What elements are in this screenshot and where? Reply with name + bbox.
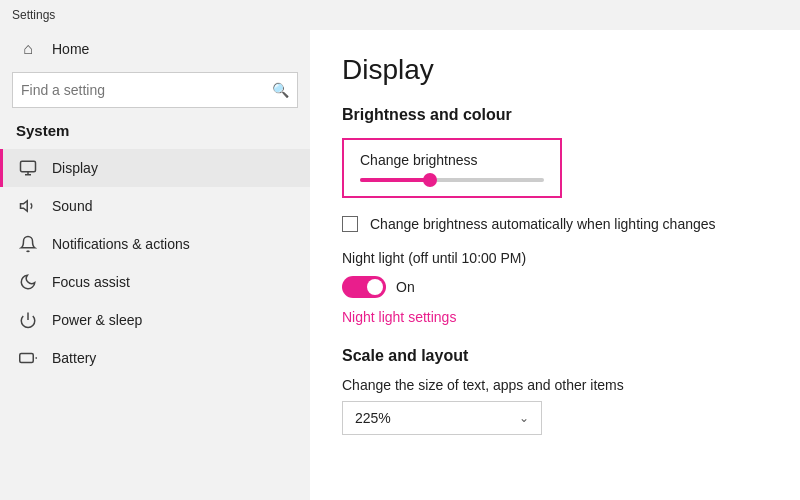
slider-thumb[interactable] [423, 173, 437, 187]
night-light-toggle-row: On [342, 276, 768, 298]
sidebar-item-notifications[interactable]: Notifications & actions [0, 225, 310, 263]
focus-assist-label: Focus assist [52, 274, 130, 290]
battery-icon [16, 349, 40, 367]
main-container: ⌂ Home 🔍 System Display Sound [0, 30, 800, 500]
scale-dropdown[interactable]: 225% ⌄ [342, 401, 542, 435]
sidebar-item-display[interactable]: Display [0, 149, 310, 187]
power-sleep-icon [16, 311, 40, 329]
auto-brightness-row[interactable]: Change brightness automatically when lig… [342, 216, 768, 232]
sidebar-home-label: Home [52, 41, 89, 57]
auto-brightness-label: Change brightness automatically when lig… [370, 216, 716, 232]
svg-marker-3 [21, 201, 28, 212]
sound-icon [16, 197, 40, 215]
battery-label: Battery [52, 350, 96, 366]
sidebar-item-battery[interactable]: Battery [0, 339, 310, 377]
home-icon: ⌂ [16, 40, 40, 58]
search-input[interactable] [21, 82, 272, 98]
svg-rect-0 [21, 161, 36, 172]
notifications-icon [16, 235, 40, 253]
toggle-knob [367, 279, 383, 295]
brightness-slider-container[interactable] [360, 178, 544, 182]
sidebar-item-focus-assist[interactable]: Focus assist [0, 263, 310, 301]
display-icon [16, 159, 40, 177]
slider-fill [360, 178, 430, 182]
search-box[interactable]: 🔍 [12, 72, 298, 108]
content-area: Display Brightness and colour Change bri… [310, 30, 800, 500]
power-sleep-label: Power & sleep [52, 312, 142, 328]
title-bar: Settings [0, 0, 800, 30]
sidebar-item-sound[interactable]: Sound [0, 187, 310, 225]
auto-brightness-checkbox[interactable] [342, 216, 358, 232]
app-title: Settings [12, 8, 55, 22]
toggle-on-label: On [396, 279, 415, 295]
scale-section-heading: Scale and layout [342, 347, 768, 365]
brightness-section-heading: Brightness and colour [342, 106, 768, 124]
display-label: Display [52, 160, 98, 176]
sound-label: Sound [52, 198, 92, 214]
night-light-toggle[interactable] [342, 276, 386, 298]
focus-assist-icon [16, 273, 40, 291]
brightness-box: Change brightness [342, 138, 562, 198]
night-light-label: Night light (off until 10:00 PM) [342, 250, 768, 266]
brightness-label: Change brightness [360, 152, 544, 168]
page-title: Display [342, 54, 768, 86]
chevron-down-icon: ⌄ [519, 411, 529, 425]
scale-dropdown-value: 225% [355, 410, 391, 426]
search-icon: 🔍 [272, 82, 289, 98]
sidebar-item-power-sleep[interactable]: Power & sleep [0, 301, 310, 339]
scale-sub-label: Change the size of text, apps and other … [342, 377, 768, 393]
night-light-settings-link[interactable]: Night light settings [342, 309, 456, 325]
slider-track[interactable] [360, 178, 544, 182]
svg-rect-4 [20, 354, 34, 363]
notifications-label: Notifications & actions [52, 236, 190, 252]
sidebar-heading: System [0, 122, 310, 149]
sidebar-item-home[interactable]: ⌂ Home [0, 30, 310, 68]
sidebar: ⌂ Home 🔍 System Display Sound [0, 30, 310, 500]
